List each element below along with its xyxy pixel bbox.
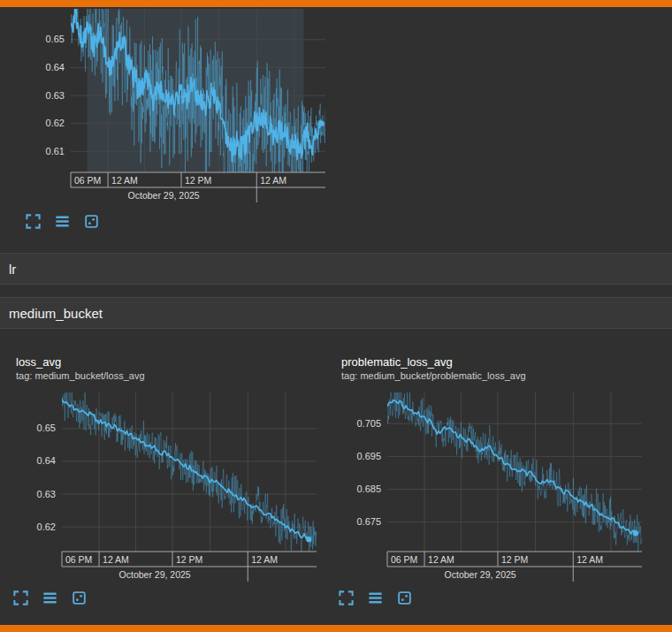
pin-button[interactable]: [71, 589, 88, 606]
scroll-content: 0.650.640.630.620.6106 PM12 AM12 PM12 AM…: [0, 7, 672, 606]
pin-icon: [396, 590, 413, 606]
data-table-icon: [42, 590, 58, 606]
svg-text:0.63: 0.63: [46, 90, 65, 101]
svg-text:October 29, 2025: October 29, 2025: [128, 190, 200, 201]
data-table-button[interactable]: [367, 589, 385, 606]
svg-text:12 PM: 12 PM: [185, 175, 211, 186]
svg-text:12 AM: 12 AM: [577, 554, 603, 565]
pin-icon: [83, 213, 100, 230]
svg-text:0.705: 0.705: [356, 418, 381, 429]
svg-text:06 PM: 06 PM: [65, 554, 92, 565]
chart-card-problematic-loss-avg: problematic_loss_avg tag: medium_bucket/…: [338, 355, 649, 606]
svg-text:0.62: 0.62: [37, 522, 56, 532]
chart-canvas-loss-avg[interactable]: 0.650.640.630.6206 PM12 AM12 PM12 AMOcto…: [12, 389, 324, 587]
svg-text:12 PM: 12 PM: [176, 554, 202, 565]
data-table-icon: [367, 590, 384, 606]
section-label: medium_bucket: [9, 306, 103, 321]
fullscreen-icon: [25, 213, 42, 230]
svg-text:October 29, 2025: October 29, 2025: [445, 569, 516, 580]
svg-text:0.64: 0.64: [46, 62, 65, 72]
svg-text:06 PM: 06 PM: [74, 175, 101, 186]
data-table-button[interactable]: [54, 212, 72, 230]
svg-text:06 PM: 06 PM: [391, 554, 417, 565]
pin-button[interactable]: [83, 212, 101, 230]
svg-text:12 AM: 12 AM: [103, 554, 129, 565]
svg-text:0.61: 0.61: [46, 146, 65, 156]
data-table-button[interactable]: [42, 589, 59, 606]
cards-row: loss_avg tag: medium_bucket/loss_avg 0.6…: [0, 355, 672, 606]
svg-text:0.675: 0.675: [356, 516, 381, 527]
bottom-accent-bar: [0, 625, 672, 632]
section-header-medium-bucket[interactable]: medium_bucket: [0, 297, 672, 329]
section-label: lr: [9, 262, 16, 277]
fullscreen-button[interactable]: [338, 589, 355, 606]
top-accent-bar: [0, 0, 672, 7]
svg-text:12 AM: 12 AM: [251, 554, 278, 565]
section-header-lr[interactable]: lr: [0, 253, 672, 285]
card-toolbar: [25, 212, 672, 230]
svg-text:0.62: 0.62: [46, 118, 65, 128]
svg-text:12 AM: 12 AM: [260, 175, 286, 186]
chart-title: loss_avg: [12, 355, 324, 369]
svg-text:October 29, 2025: October 29, 2025: [119, 569, 191, 580]
data-table-icon: [54, 213, 71, 230]
fullscreen-icon: [338, 590, 355, 606]
fullscreen-icon: [12, 590, 29, 606]
fullscreen-button[interactable]: [25, 212, 42, 230]
chart-canvas-problematic-loss-avg[interactable]: 0.7050.6950.6850.67506 PM12 AM12 PM12 AM…: [338, 389, 649, 587]
pin-icon: [71, 590, 88, 606]
card-toolbar: [338, 589, 649, 606]
fullscreen-button[interactable]: [12, 589, 30, 606]
chart-card-cropped: 0.650.640.630.620.6106 PM12 AM12 PM12 AM…: [0, 7, 672, 230]
svg-text:12 AM: 12 AM: [428, 554, 454, 565]
chart-tag: tag: medium_bucket/loss_avg: [12, 369, 324, 382]
svg-text:0.64: 0.64: [37, 455, 56, 466]
svg-text:12 AM: 12 AM: [111, 175, 138, 186]
svg-text:12 PM: 12 PM: [501, 554, 528, 565]
chart-card-loss-avg: loss_avg tag: medium_bucket/loss_avg 0.6…: [12, 355, 324, 606]
svg-text:0.63: 0.63: [37, 489, 56, 499]
svg-text:0.65: 0.65: [37, 423, 56, 433]
svg-text:0.695: 0.695: [356, 451, 381, 461]
svg-text:0.685: 0.685: [356, 484, 381, 494]
chart-canvas-cropped[interactable]: 0.650.640.630.620.6106 PM12 AM12 PM12 AM…: [25, 9, 330, 209]
card-toolbar: [12, 589, 324, 606]
chart-tag: tag: medium_bucket/problematic_loss_avg: [338, 369, 649, 382]
chart-title: problematic_loss_avg: [338, 355, 649, 369]
pin-button[interactable]: [396, 589, 414, 606]
svg-text:0.65: 0.65: [46, 34, 65, 44]
